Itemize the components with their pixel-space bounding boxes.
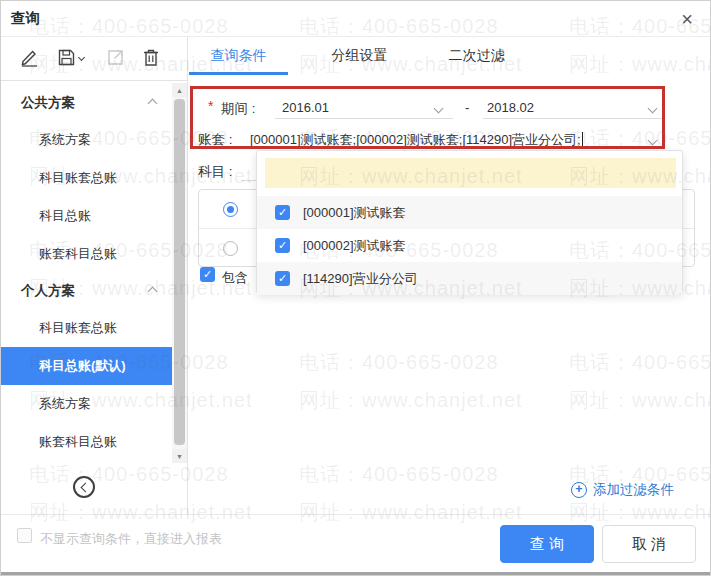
trash-icon (142, 48, 160, 70)
period-from-select[interactable]: 2016.01 (282, 100, 329, 115)
dropdown-option[interactable]: ✓ [114290]营业分公司 (257, 262, 682, 295)
radio-unselected[interactable] (223, 241, 238, 256)
period-separator: - (465, 100, 469, 115)
sidebar-item-personal-subject-accountset-ledger[interactable]: 科目账套总账 (1, 309, 172, 347)
option-label: [000002]测试账套 (303, 237, 406, 255)
watermark-text: 电话：400-665-0028 (299, 461, 499, 488)
watermark-text: 网址：www.chanjet.net (29, 499, 253, 526)
period-to-select[interactable]: 2018.02 (487, 100, 534, 115)
collapse-sidebar-button[interactable] (73, 476, 95, 498)
panel-divider (187, 37, 188, 514)
group-header-label: 个人方案 (21, 282, 75, 300)
chevron-down-icon[interactable] (648, 104, 658, 114)
chevron-down-icon[interactable] (648, 136, 658, 146)
save-icon (57, 48, 76, 70)
account-set-value: [000001]测试账套;[000002]测试账套;[114290]营业分公司; (250, 132, 581, 147)
input-underline (483, 118, 663, 119)
skip-query-label: 不显示查询条件，直接进入报表 (40, 530, 222, 548)
watermark-text: 网址：www.chanjet.net (299, 499, 523, 526)
sidebar-item-subject-accountset-ledger[interactable]: 科目账套总账 (1, 159, 172, 197)
input-underline (275, 118, 453, 119)
watermark-text: 网址：www.chanjet.net (569, 51, 711, 78)
skip-query-checkbox-unchecked[interactable] (17, 528, 32, 543)
sidebar-item-system-scheme[interactable]: 系统方案 (1, 121, 172, 159)
edit-scheme-button[interactable] (15, 45, 43, 73)
chevron-up-icon (148, 99, 158, 109)
title-bar: 查询 × (1, 1, 711, 37)
option-label: [114290]营业分公司 (303, 270, 418, 288)
dropdown-option[interactable]: ✓ [000002]测试账套 (257, 229, 682, 262)
watermark-text: 电话：400-665-0028 (29, 461, 229, 488)
account-set-dropdown-panel: ✓ [000001]测试账套 ✓ [000002]测试账套 ✓ [114290]… (256, 150, 683, 294)
chevron-down-icon[interactable] (434, 104, 444, 114)
pencil-icon (20, 48, 39, 70)
include-checkbox-checked[interactable]: ✓ (200, 267, 215, 282)
item-label: 系统方案 (39, 131, 91, 149)
tab-query-conditions[interactable]: 查询条件 (189, 37, 288, 74)
save-scheme-button[interactable] (51, 45, 89, 73)
query-dialog: 查询 × 公共方案 系统方案 科目账 (0, 0, 711, 576)
watermark-text: 电话：400-665-0028 (299, 349, 499, 376)
item-label: 账套科目总账 (39, 433, 117, 451)
scheme-toolbar (1, 37, 187, 81)
option-label: [000001]测试账套 (303, 204, 406, 222)
item-label: 账套科目总账 (39, 245, 117, 263)
include-checkbox-label: 包含 (222, 269, 248, 287)
chevron-down-icon (77, 54, 84, 61)
input-underline (245, 146, 663, 147)
watermark-text: 电话：400-665-0028 (569, 349, 711, 376)
add-filter-label: 添加过滤条件 (593, 481, 674, 499)
watermark-text: 网址：www.chanjet.net (299, 387, 523, 414)
item-label: 科目总账 (39, 207, 91, 225)
subject-label: 科目 : (198, 163, 233, 181)
checkbox-checked[interactable]: ✓ (275, 271, 290, 286)
sidebar-item-accountset-subject-ledger[interactable]: 账套科目总账 (1, 235, 172, 273)
sidebar-item-personal-system-scheme[interactable]: 系统方案 (1, 385, 172, 423)
text-caret (582, 132, 583, 146)
checkbox-checked[interactable]: ✓ (275, 238, 290, 253)
dialog-title: 查询 (11, 9, 40, 28)
account-set-label: 账套 : (198, 131, 233, 149)
query-button[interactable]: 查 询 (500, 525, 594, 563)
scroll-up-icon[interactable]: ▲ (172, 83, 187, 97)
item-label: 系统方案 (39, 395, 91, 413)
add-filter-link[interactable]: + 添加过滤条件 (571, 481, 674, 499)
watermark-text: 电话：400-665-0028 (569, 125, 711, 152)
sidebar-item-personal-accountset-subject-ledger[interactable]: 账套科目总账 (1, 423, 172, 461)
watermark-text: 网址：www.chanjet.net (569, 499, 711, 526)
watermark-text: 网址：www.chanjet.net (569, 387, 711, 414)
tab-grouping-settings[interactable]: 分组设置 (310, 37, 409, 74)
required-mark: * (208, 98, 213, 114)
radio-selected[interactable] (223, 202, 238, 217)
checkbox-checked[interactable]: ✓ (275, 205, 290, 220)
chevron-left-icon (81, 482, 91, 492)
footer-divider (1, 514, 711, 515)
plus-circle-icon: + (571, 482, 587, 498)
chevron-up-icon (148, 287, 158, 297)
export-scheme-button[interactable] (101, 45, 129, 73)
group-header-label: 公共方案 (21, 94, 75, 112)
scrollbar-thumb[interactable] (174, 99, 185, 445)
sidebar-item-subject-ledger[interactable]: 科目总账 (1, 197, 172, 235)
sidebar-group-personal[interactable]: 个人方案 (1, 273, 172, 309)
scroll-down-icon[interactable]: ▼ (172, 449, 187, 463)
item-label: 科目账套总账 (39, 169, 117, 187)
sidebar-item-subject-ledger-default-selected[interactable]: 科目总账(默认) (1, 347, 172, 385)
close-icon[interactable]: × (673, 5, 701, 33)
active-tab-underline (189, 72, 288, 75)
export-icon (106, 48, 125, 70)
tab-secondary-filter[interactable]: 二次过滤 (427, 37, 526, 74)
delete-scheme-button[interactable] (137, 45, 165, 73)
item-label: 科目总账(默认) (39, 357, 126, 375)
item-label: 科目账套总账 (39, 319, 117, 337)
cancel-button[interactable]: 取 消 (602, 525, 696, 563)
sidebar-scrollbar[interactable]: ▲ ▼ (172, 83, 187, 463)
period-label: 期间 : (221, 100, 256, 118)
window-bottom-edge (1, 572, 711, 576)
dropdown-highlighted-row[interactable] (265, 158, 676, 188)
dropdown-option[interactable]: ✓ [000001]测试账套 (257, 196, 682, 229)
sidebar-group-public[interactable]: 公共方案 (1, 85, 172, 121)
